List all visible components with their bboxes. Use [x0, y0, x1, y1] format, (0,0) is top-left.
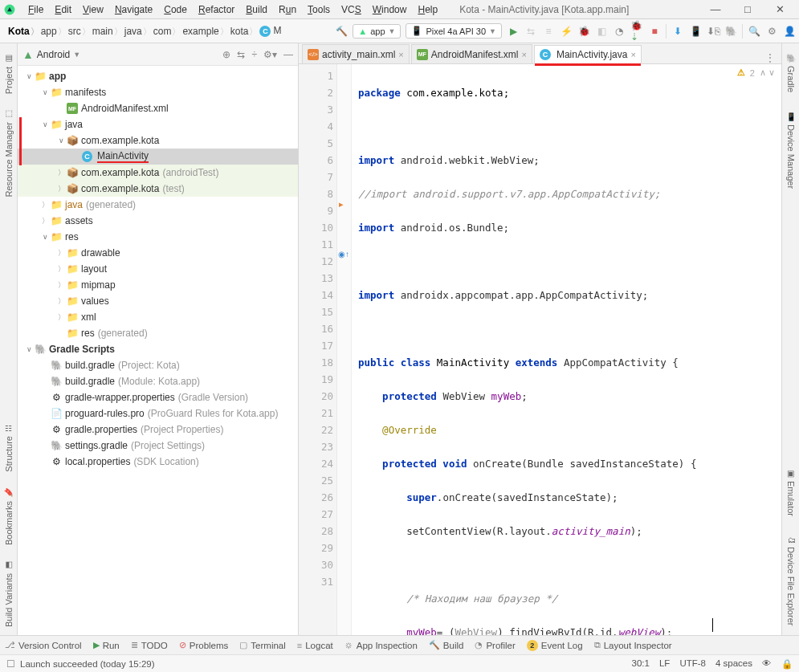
search-icon[interactable]: 🔍 [748, 25, 760, 38]
tool-event-log[interactable]: 2Event Log [527, 640, 583, 651]
tool-terminal[interactable]: ▢Terminal [239, 640, 285, 650]
rerun-icon[interactable]: ≡ [542, 25, 555, 38]
tool-gradle[interactable]: 🐘Gradle [786, 53, 796, 92]
crumb-src[interactable]: src [63, 24, 88, 39]
tool-build[interactable]: 🔨Build [429, 640, 464, 650]
node-local-properties[interactable]: ⚙local.properties(SDK Location) [18, 454, 298, 470]
tool-device-file-explorer[interactable]: 🗂Device File Explorer [786, 536, 796, 625]
tool-project[interactable]: Project▤ [4, 55, 14, 94]
node-xml[interactable]: 〉📁xml [18, 309, 298, 325]
close-tab-icon[interactable]: × [522, 50, 527, 59]
attach-debugger-icon[interactable]: 🐞⇣ [630, 25, 643, 38]
node-pkg-main[interactable]: ∨📦com.example.kota [18, 132, 298, 149]
node-build-gradle-project[interactable]: 🐘build.gradle(Project: Kota) [18, 357, 298, 373]
sdk-manager-icon[interactable]: ⬇⎘ [707, 25, 720, 38]
stop-icon[interactable]: ■ [648, 25, 661, 38]
node-java-gen[interactable]: 〉📁java(generated) [18, 197, 298, 213]
menu-refactor[interactable]: Refactor [193, 2, 240, 17]
vcs-update-icon[interactable]: ⬇ [671, 25, 684, 38]
crumb-project[interactable]: Kota [3, 24, 36, 39]
tool-todo[interactable]: ≣TODO [131, 640, 168, 650]
tool-layout-inspector[interactable]: ⧉Layout Inspector [594, 640, 672, 650]
inspection-indicators[interactable]: ⚠2 ∧ ∨ [737, 67, 775, 78]
node-assets[interactable]: 〉📁assets [18, 213, 298, 229]
window-maximize-icon[interactable]: □ [741, 3, 754, 15]
crumb-app[interactable]: app [36, 24, 63, 39]
tool-build-variants[interactable]: Build Variants◨ [4, 561, 14, 627]
indent[interactable]: 4 spaces [715, 658, 752, 670]
node-build-gradle-module[interactable]: 🐘build.gradle(Module: Kota.app) [18, 373, 298, 389]
node-app[interactable]: ∨📁app [18, 68, 298, 84]
coverage-icon[interactable]: ◧ [595, 25, 608, 38]
sync-gradle-icon[interactable]: 🐘 [724, 25, 737, 38]
tab-androidmanifest[interactable]: MFAndroidManifest.xml× [411, 44, 532, 63]
avd-manager-icon[interactable]: 📱 [689, 25, 702, 38]
hammer-icon[interactable]: 🔨 [335, 25, 348, 38]
menu-window[interactable]: Window [367, 2, 413, 17]
device-dropdown[interactable]: 📱Pixel 4a API 30▼ [406, 23, 502, 39]
crumb-main[interactable]: main [88, 24, 120, 39]
menu-vcs[interactable]: VCS [336, 2, 367, 17]
node-java[interactable]: ∨📁java [18, 116, 298, 132]
expand-icon[interactable]: ⇆ [237, 49, 245, 60]
tool-profiler[interactable]: ◔Profiler [475, 640, 515, 650]
reader-mode-icon[interactable]: 👁 [762, 658, 772, 670]
node-mipmap[interactable]: 〉📁mipmap [18, 277, 298, 293]
tabs-overflow-icon[interactable]: ⋮ [759, 52, 781, 63]
close-tab-icon[interactable]: × [398, 50, 403, 59]
node-gradle-scripts[interactable]: ∨🐘Gradle Scripts [18, 341, 298, 357]
menu-code[interactable]: Code [158, 2, 193, 17]
debug-attach-icon[interactable]: ⇆ [524, 25, 537, 38]
line-ending[interactable]: LF [659, 658, 670, 670]
crumb-kota[interactable]: kota [226, 24, 255, 39]
crumb-java[interactable]: java [120, 24, 149, 39]
tool-structure[interactable]: Structure☷ [4, 424, 14, 472]
settings-gear-icon[interactable]: ⚙▾ [263, 49, 277, 60]
caret-position[interactable]: 30:1 [632, 658, 650, 670]
menu-view[interactable]: View [77, 2, 109, 17]
run-class-gutter-icon[interactable]: ▸ [339, 199, 344, 210]
run-config-dropdown[interactable]: ▲app▼ [353, 24, 401, 39]
menu-edit[interactable]: Edit [49, 2, 77, 17]
tool-app-inspection[interactable]: ⛭App Inspection [344, 641, 418, 650]
node-layout[interactable]: 〉📁layout [18, 261, 298, 277]
node-mainactivity[interactable]: CMainActivity [18, 149, 298, 165]
window-close-icon[interactable]: ✕ [773, 3, 786, 15]
window-minimize-icon[interactable]: — [709, 3, 722, 15]
settings-icon[interactable]: ⚙ [765, 25, 778, 38]
node-res-gen[interactable]: 📁res(generated) [18, 325, 298, 341]
node-values[interactable]: 〉📁values [18, 293, 298, 309]
node-gradle-wrapper[interactable]: ⚙gradle-wrapper.properties(Gradle Versio… [18, 389, 298, 405]
node-gradle-properties[interactable]: ⚙gradle.properties(Project Properties) [18, 422, 298, 438]
node-androidmanifest[interactable]: MFAndroidManifest.xml [18, 100, 298, 116]
help-icon[interactable]: 👤 [783, 25, 796, 38]
lock-icon[interactable]: 🔒 [781, 658, 793, 670]
dropdown-caret-icon[interactable]: ▼ [73, 51, 80, 59]
crumb-file[interactable]: CM [255, 23, 287, 39]
profile-icon[interactable]: ◔ [613, 25, 626, 38]
node-drawable[interactable]: 〉📁drawable [18, 245, 298, 261]
tab-mainactivity[interactable]: CMainActivity.java× [534, 45, 642, 64]
tool-version-control[interactable]: ⎇Version Control [5, 640, 82, 650]
code-editor[interactable]: ⚠2 ∧ ∨ 123456789101112131415161718192021… [299, 64, 781, 635]
menu-file[interactable]: File [22, 2, 49, 17]
run-icon[interactable]: ▶ [507, 25, 520, 38]
encoding[interactable]: UTF-8 [679, 658, 706, 670]
menu-run[interactable]: Run [273, 2, 302, 17]
tool-bookmarks[interactable]: Bookmarks🔖 [4, 488, 14, 545]
tab-activity-main[interactable]: </>activity_main.xml× [302, 44, 410, 63]
menu-navigate[interactable]: Navigate [109, 2, 158, 17]
project-view-title[interactable]: Android [37, 49, 70, 60]
tool-resource-manager[interactable]: Resource Manager⬚ [4, 110, 14, 198]
tool-logcat[interactable]: ≡Logcat [297, 641, 333, 650]
node-pkg-androidtest[interactable]: 〉📦com.example.kota(androidTest) [18, 165, 298, 181]
node-pkg-test[interactable]: 〉📦com.example.kota(test) [18, 181, 298, 197]
close-tab-icon[interactable]: × [630, 50, 635, 59]
tool-problems[interactable]: ⊘Problems [179, 640, 229, 650]
tool-emulator[interactable]: ▣Emulator [786, 469, 796, 516]
menu-build[interactable]: Build [240, 2, 273, 17]
debug-icon[interactable]: 🐞 [577, 25, 590, 38]
node-manifests[interactable]: ∨📁manifests [18, 84, 298, 100]
tool-device-manager[interactable]: 📱Device Manager [786, 112, 796, 189]
target-icon[interactable]: ⊕ [222, 49, 230, 60]
